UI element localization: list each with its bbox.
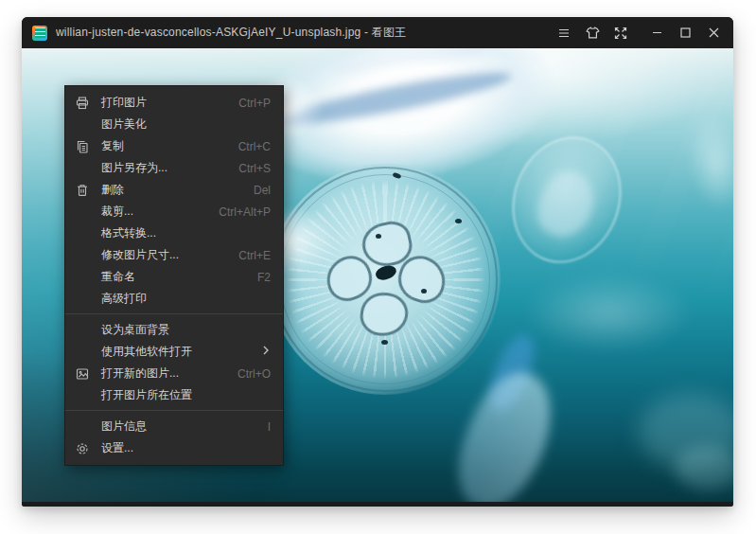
menu-item-label: 设置... <box>101 440 271 456</box>
soft-glow <box>523 272 694 353</box>
moon-jellyfish <box>270 164 501 395</box>
submenu-arrow-icon <box>261 345 271 359</box>
menu-item[interactable]: 使用其他软件打开 <box>65 341 283 363</box>
menu-item[interactable]: 复制 Ctrl+C <box>65 135 283 157</box>
jellyfish-speck <box>376 234 381 239</box>
menu-item[interactable]: 打开图片所在位置 <box>65 384 283 406</box>
menu-item[interactable]: 设为桌面背景 <box>65 319 283 341</box>
menu-item-icon <box>75 226 90 241</box>
menu-item-shortcut: Ctrl+Alt+P <box>219 205 271 219</box>
printer-icon <box>75 96 90 111</box>
jellyfish-speck <box>455 219 462 223</box>
reflection-bottom-right-small <box>675 446 733 490</box>
menu-item-label: 图片另存为... <box>101 160 238 176</box>
window-title: willian-justen-de-vasconcellos-ASKGjAeIY… <box>56 25 550 41</box>
minimize-icon[interactable] <box>642 17 671 48</box>
menu-item-label: 使用其他软件打开 <box>101 344 261 360</box>
menu-item-icon <box>75 205 90 220</box>
context-menu: 打印图片 Ctrl+P 图片美化 复制 Ctrl+C 图片另存为... Ctrl… <box>64 85 284 466</box>
trash-icon <box>75 183 90 198</box>
app-logo-icon <box>32 26 47 41</box>
menu-item[interactable]: 格式转换... <box>65 222 283 244</box>
gear-icon <box>75 441 90 456</box>
menu-item-icon <box>75 419 90 435</box>
menu-item-label: 裁剪... <box>101 204 219 220</box>
menu-item[interactable]: 图片信息 I <box>65 416 283 437</box>
menu-item-label: 复制 <box>101 138 238 154</box>
menu-item[interactable]: 打印图片 Ctrl+P <box>65 92 283 114</box>
menu-item-icon <box>75 323 90 338</box>
menu-item[interactable]: 删除 Del <box>65 179 283 201</box>
menu-item-label: 重命名 <box>101 269 257 285</box>
menu-item[interactable]: 裁剪... Ctrl+Alt+P <box>65 201 283 222</box>
menu-item-icon <box>75 292 90 307</box>
menu-item[interactable]: 设置... <box>65 437 283 459</box>
menu-item-icon <box>75 248 90 263</box>
fullscreen-icon[interactable] <box>607 17 635 48</box>
menu-separator <box>65 410 283 411</box>
menu-item-label: 打开图片所在位置 <box>101 387 271 403</box>
menu-item-shortcut: Del <box>254 184 271 197</box>
jellyfish-speck <box>381 340 388 345</box>
menu-item-label: 删除 <box>101 182 254 198</box>
close-icon[interactable] <box>699 17 728 48</box>
menu-item-label: 修改图片尺寸... <box>101 247 238 263</box>
menu-item-shortcut: Ctrl+C <box>238 140 271 153</box>
menu-item-shortcut: I <box>268 420 271 434</box>
menu-item-icon <box>75 270 90 285</box>
titlebar: willian-justen-de-vasconcellos-ASKGjAeIY… <box>22 17 733 48</box>
menu-item-label: 打印图片 <box>101 95 238 111</box>
menu-item[interactable]: 高级打印 <box>65 288 283 310</box>
menu-item-shortcut: Ctrl+P <box>238 97 271 110</box>
copy-icon <box>75 139 90 154</box>
menu-item-icon <box>75 161 90 176</box>
menu-separator <box>65 313 283 314</box>
menu-item-icon <box>75 388 90 403</box>
menu-item[interactable]: 图片美化 <box>65 114 283 135</box>
maximize-icon[interactable] <box>671 17 699 48</box>
menu-item-label: 格式转换... <box>101 225 271 241</box>
menu-item-shortcut: Ctrl+O <box>237 367 271 381</box>
picture-icon <box>75 366 90 382</box>
menu-item[interactable]: 重命名 F2 <box>65 266 283 288</box>
menu-item-label: 高级打印 <box>101 291 271 307</box>
menu-item-label: 图片信息 <box>101 418 268 435</box>
menu-item-shortcut: Ctrl+S <box>238 162 271 175</box>
menu-item-icon <box>75 345 90 360</box>
menu-item[interactable]: 打开新的图片... Ctrl+O <box>65 363 283 384</box>
jellyfish-speck <box>421 289 427 294</box>
menu-icon[interactable] <box>550 17 578 48</box>
menu-item[interactable]: 修改图片尺寸... Ctrl+E <box>65 244 283 266</box>
window-bottom-border <box>22 502 733 507</box>
menu-item-label: 设为桌面背景 <box>101 322 271 338</box>
menu-item-label: 图片美化 <box>101 116 271 133</box>
menu-item-label: 打开新的图片... <box>101 365 237 382</box>
skin-icon[interactable] <box>578 17 607 48</box>
menu-item-shortcut: Ctrl+E <box>238 249 271 262</box>
menu-item[interactable]: 图片另存为... Ctrl+S <box>65 157 283 179</box>
menu-item-shortcut: F2 <box>257 271 271 284</box>
menu-item-icon <box>75 117 90 133</box>
